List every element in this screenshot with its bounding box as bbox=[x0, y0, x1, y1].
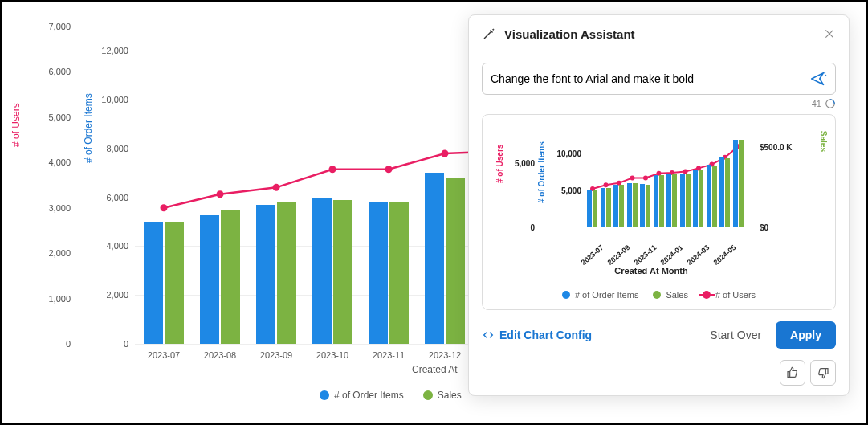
svg-point-3 bbox=[329, 166, 336, 173]
y-axis-label-users: # of Users bbox=[10, 103, 22, 147]
panel-title: Visualization Assistant bbox=[504, 27, 815, 41]
panel-actions: Edit Chart Config Start Over Apply bbox=[482, 321, 836, 349]
send-icon[interactable] bbox=[809, 70, 827, 88]
svg-point-4 bbox=[385, 166, 393, 173]
y-ticks-order-items: 02,0004,0006,0008,00010,00012,000 bbox=[95, 27, 128, 344]
legend-item: # of Order Items bbox=[562, 290, 638, 300]
prompt-input[interactable] bbox=[491, 72, 803, 85]
legend-item: # of Order Items bbox=[320, 390, 404, 401]
thumbs-down-icon bbox=[817, 366, 829, 379]
credits-counter: 41 bbox=[482, 98, 836, 109]
mini-y-label-order-items: # of Order Items bbox=[537, 141, 546, 203]
svg-point-9 bbox=[824, 72, 825, 74]
mini-y-label-sales: Sales bbox=[819, 131, 828, 152]
wand-icon bbox=[482, 27, 496, 41]
mini-chart: # of Users # of Order Items Sales 05,000… bbox=[491, 123, 828, 284]
mini-y-label-users: # of Users bbox=[495, 145, 504, 183]
panel-header: Visualization Assistant bbox=[482, 27, 836, 51]
legend-item: # of Users bbox=[703, 290, 756, 300]
chart-preview-card: # of Users # of Order Items Sales 05,000… bbox=[482, 114, 836, 310]
mini-x-axis-label: Created At Month bbox=[491, 266, 812, 276]
close-icon[interactable] bbox=[823, 27, 836, 40]
credits-icon bbox=[825, 98, 836, 109]
svg-point-5 bbox=[442, 150, 449, 157]
mini-y-ticks-order-items: 5,00010,000 bbox=[551, 131, 581, 227]
thumbs-up-icon bbox=[786, 366, 799, 379]
start-over-button[interactable]: Start Over bbox=[702, 322, 769, 348]
svg-point-13 bbox=[604, 182, 609, 187]
x-axis-label: Created At bbox=[412, 364, 458, 375]
y-ticks-users: 01,0002,0003,0004,0005,0006,0007,000 bbox=[39, 27, 71, 344]
prompt-input-row[interactable] bbox=[482, 63, 836, 95]
feedback-row bbox=[780, 360, 836, 386]
svg-point-10 bbox=[825, 75, 826, 76]
visualization-assistant-panel: Visualization Assistant 41 # of Users # … bbox=[468, 14, 850, 396]
mini-y-ticks-sales: $0$500.0 K bbox=[760, 131, 804, 227]
code-icon bbox=[482, 329, 495, 341]
mini-legend: # of Order Items Sales # of Users bbox=[491, 290, 827, 300]
edit-chart-config-link[interactable]: Edit Chart Config bbox=[482, 329, 592, 341]
thumbs-up-button[interactable] bbox=[780, 360, 805, 386]
legend-item: Sales bbox=[653, 290, 688, 300]
apply-button[interactable]: Apply bbox=[776, 321, 836, 349]
svg-point-2 bbox=[273, 184, 280, 191]
mini-plot-area: 2023-072023-092023-112024-012024-032024-… bbox=[585, 131, 754, 227]
legend-item: Sales bbox=[423, 390, 462, 401]
y-axis-label-order-items: # of Order Items bbox=[83, 93, 94, 163]
svg-point-0 bbox=[161, 204, 168, 211]
app-frame: # of Users # of Order Items 01,0002,0003… bbox=[0, 0, 868, 425]
main-legend: # of Order Items Sales bbox=[320, 390, 462, 401]
mini-y-ticks-users: 05,000 bbox=[507, 131, 535, 227]
svg-point-15 bbox=[630, 175, 635, 180]
thumbs-down-button[interactable] bbox=[810, 360, 836, 386]
svg-point-16 bbox=[643, 175, 648, 180]
